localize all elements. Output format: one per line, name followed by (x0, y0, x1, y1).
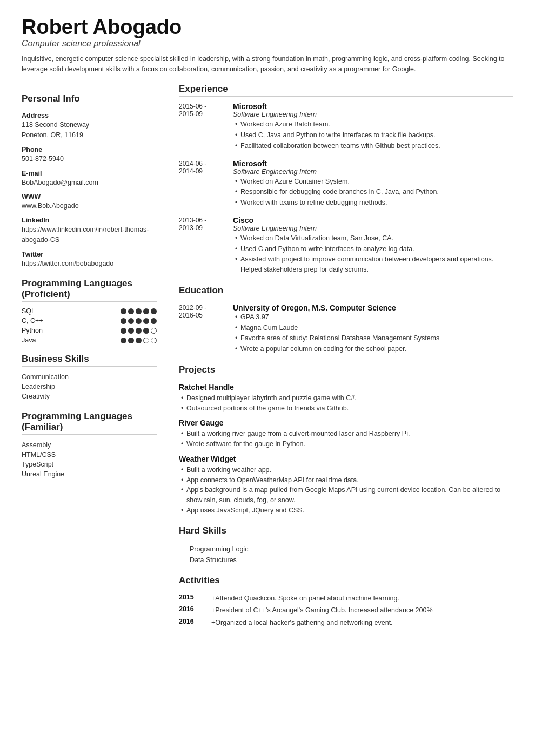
projects-container: Ratchet HandleDesigned multiplayer labyr… (179, 383, 513, 516)
familiar-skills-container: AssemblyHTML/CSSTypeScriptUnreal Engine (22, 440, 157, 479)
exp-content: MicrosoftSoftware Engineering InternWork… (233, 102, 513, 151)
business-skills-title: Business Skills (22, 354, 157, 367)
exp-bullets: Worked on Azure Container System.Respons… (233, 177, 513, 208)
exp-bullet: Worked on Azure Container System. (233, 177, 513, 187)
exp-company: Microsoft (233, 102, 513, 111)
main-layout: Personal Info Address118 Second Stoneway… (22, 84, 513, 630)
activity-row: 2016+Organized a local hacker's gatherin… (179, 618, 513, 628)
project-bullet: Designed multiplayer labyrinth and puzzl… (179, 393, 513, 403)
exp-company: Cisco (233, 216, 513, 225)
activity-desc: +Attended Quackcon. Spoke on panel about… (211, 593, 513, 604)
skill-name: C, C++ (22, 317, 43, 325)
info-value: BobAbogado@gmail.com (22, 178, 157, 188)
activity-row: 2016+President of C++'s Arcangel's Gamin… (179, 605, 513, 616)
dot-filled (136, 318, 142, 324)
proficient-skill-row: SQL (22, 307, 157, 315)
exp-bullet: Assisted with project to improve communi… (233, 254, 513, 275)
dot-filled (143, 318, 149, 324)
edu-bullet: Wrote a popular column on coding for the… (233, 344, 513, 354)
exp-bullets: Worked on Data Virtualization team, San … (233, 233, 513, 275)
skill-dots (121, 318, 157, 324)
personal-info-item: E-mailBobAbogado@gmail.com (22, 170, 157, 188)
personal-info-item: Address118 Second Stoneway Poneton, OR, … (22, 112, 157, 140)
activity-desc: +President of C++'s Arcangel's Gaming Cl… (211, 605, 513, 616)
info-value: 118 Second Stoneway Poneton, OR, 11619 (22, 120, 157, 140)
exp-company: Microsoft (233, 159, 513, 168)
project-bullet: Built a working river gauge from a culve… (179, 429, 513, 439)
dot-empty (151, 328, 157, 334)
dot-filled (151, 318, 157, 324)
left-column: Personal Info Address118 Second Stoneway… (22, 84, 168, 630)
dot-filled (128, 338, 134, 343)
dot-filled (128, 328, 134, 334)
exp-dates: 2015-06 - 2015-09 (179, 102, 233, 151)
skill-name: Java (22, 336, 36, 344)
skill-name: Python (22, 327, 43, 334)
activities-title: Activities (179, 575, 513, 588)
familiar-skill-item: Assembly (22, 440, 157, 450)
dot-filled (121, 308, 126, 314)
experience-item: 2013-06 - 2013-09CiscoSoftware Engineeri… (179, 216, 513, 275)
exp-content: CiscoSoftware Engineering InternWorked o… (233, 216, 513, 275)
skill-dots (121, 338, 157, 343)
dot-filled (136, 338, 142, 343)
dot-empty (151, 338, 157, 343)
edu-bullet: Favorite area of study: Relational Datab… (233, 333, 513, 343)
hard-skill-item: Data Structures (179, 555, 513, 565)
business-skill-item: Communication (22, 372, 157, 382)
skill-dots (121, 328, 157, 334)
exp-role: Software Engineering Intern (233, 168, 513, 176)
personal-info-item: LinkedInhttps://www.linkedin.com/in/robe… (22, 217, 157, 245)
project-title: Ratchet Handle (179, 383, 513, 392)
exp-bullet: Used C, Java and Python to write interfa… (233, 130, 513, 140)
activity-year: 2016 (179, 605, 211, 616)
activity-year: 2015 (179, 593, 211, 604)
hard-skill-item: Programming Logic (179, 544, 513, 555)
project-bullet: App connects to OpenWeatherMap API for r… (179, 475, 513, 485)
edu-school: University of Oregon, M.S. Computer Scie… (233, 303, 513, 312)
edu-dates: 2012-09 - 2016-05 (179, 303, 233, 355)
activity-desc: +Organized a local hacker's gathering an… (211, 618, 513, 628)
project-bullet: App uses JavaScript, JQuery and CSS. (179, 505, 513, 516)
education-container: 2012-09 - 2016-05University of Oregon, M… (179, 303, 513, 355)
subtitle: Computer science professional (22, 39, 513, 49)
personal-info-fields: Address118 Second Stoneway Poneton, OR, … (22, 112, 157, 268)
business-skill-item: Leadership (22, 382, 157, 392)
exp-content: MicrosoftSoftware Engineering InternWork… (233, 159, 513, 208)
familiar-skill-item: HTML/CSS (22, 450, 157, 460)
dot-filled (143, 308, 149, 314)
info-label: Phone (22, 146, 157, 153)
name: Robert Abogado (22, 16, 513, 39)
exp-dates: 2013-06 - 2013-09 (179, 216, 233, 275)
proficient-skill-row: C, C++ (22, 317, 157, 325)
experience-container: 2015-06 - 2015-09MicrosoftSoftware Engin… (179, 102, 513, 275)
education-item: 2012-09 - 2016-05University of Oregon, M… (179, 303, 513, 355)
exp-bullet: Used C and Python to write interfaces to… (233, 244, 513, 254)
project-bullet: App's background is a map pulled from Go… (179, 485, 513, 505)
exp-bullet: Worked with teams to refine debugging me… (233, 198, 513, 208)
edu-content: University of Oregon, M.S. Computer Scie… (233, 303, 513, 355)
exp-bullets: Worked on Azure Batch team.Used C, Java … (233, 119, 513, 151)
project-bullets: Built a working river gauge from a culve… (179, 429, 513, 449)
edu-bullets: GPA 3.97Magna Cum LaudeFavorite area of … (233, 312, 513, 354)
personal-info-item: Twitterhttps://twitter.com/bobabogado (22, 251, 157, 269)
dot-filled (121, 338, 126, 343)
right-column: Experience 2015-06 - 2015-09MicrosoftSof… (168, 84, 513, 630)
education-title: Education (179, 285, 513, 298)
edu-bullet: Magna Cum Laude (233, 323, 513, 333)
personal-info-item: WWWwww.Bob.Abogado (22, 193, 157, 211)
programming-proficient-title: Programming Languages (Proficient) (22, 278, 157, 302)
exp-role: Software Engineering Intern (233, 225, 513, 232)
project-title: Weather Widget (179, 455, 513, 463)
hard-skills-container: Programming LogicData Structures (179, 544, 513, 565)
dot-filled (128, 308, 134, 314)
project-bullets: Designed multiplayer labyrinth and puzzl… (179, 393, 513, 414)
info-label: E-mail (22, 170, 157, 177)
info-value: https://twitter.com/bobabogado (22, 259, 157, 269)
personal-info-title: Personal Info (22, 93, 157, 106)
resume-header: Robert Abogado Computer science professi… (22, 16, 513, 74)
dot-filled (121, 328, 126, 334)
programming-familiar-title: Programming Languages (Familiar) (22, 411, 157, 435)
info-value: www.Bob.Abogado (22, 201, 157, 211)
exp-bullet: Worked on Data Virtualization team, San … (233, 233, 513, 244)
